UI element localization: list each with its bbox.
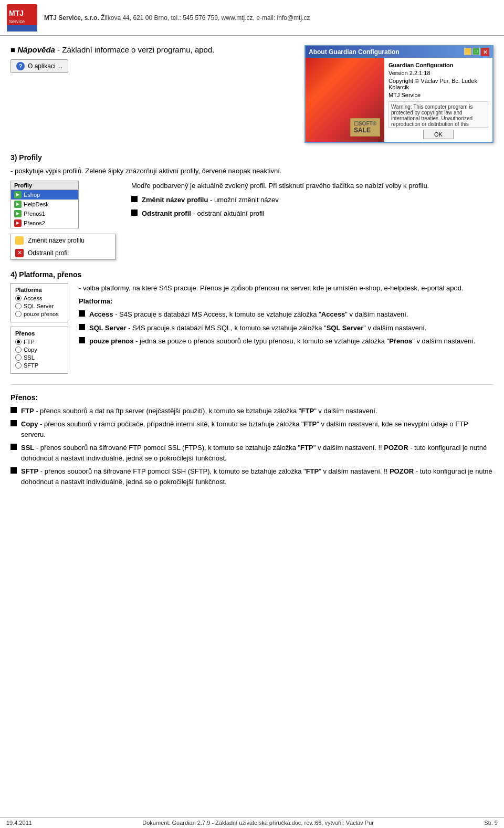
dialog-body: ☐SOFT® SALE Guardian Configuration Versi… [306,58,492,142]
dialog-warning-text: Warning: This computer program is protec… [391,104,473,128]
platforma-bullet-pouze-text: pouze přenos - jedná se pouze o přenos s… [89,336,475,347]
radio-copy-circle [15,347,22,353]
radio-ftp[interactable]: FTP [15,339,64,345]
radio-ssl[interactable]: SSL [15,354,64,361]
about-dialog: About Guardian Configuration _ □ ✕ ☐SOFT… [304,45,494,143]
profily-bullet-rename: Změnit název profilu - umožní změnit náz… [131,195,494,205]
radio-pouze-circle [15,311,22,317]
platforma-bullet-access-text: Access - S4S pracuje s databází MS Acces… [89,309,408,320]
dialog-warning: Warning: This computer program is protec… [388,101,488,128]
prenos-box: Přenos FTP Copy SSL SFT [10,327,68,374]
soft-sale-logo: ☐SOFT® SALE [350,118,380,137]
bullet-ssl-icon [10,444,17,450]
dialog-titlebar: About Guardian Configuration _ □ ✕ [306,46,492,58]
context-menu-delete-label: Odstranit profil [28,249,69,257]
profile-active-icon-p1: ▶ [14,210,22,217]
context-menu-rename-label: Změnit název profilu [28,237,85,244]
dialog-info: Guardian Configuration Version 2.2.1:18 … [384,58,492,142]
profily-item-eshop[interactable]: ▶ Eshop [11,190,78,200]
radio-pouze-prenos[interactable]: pouze přenos [15,311,64,317]
dialog-version: Version 2.2.1:18 [388,70,488,76]
svg-rect-3 [7,25,37,32]
question-icon: ? [16,62,25,70]
platforma-content: Platforma Access SQL Server pouze přenos [10,283,494,374]
profile-name-eshop: Eshop [24,192,40,198]
profily-item-prenos2[interactable]: ▶ Přenos2 [11,218,78,228]
radio-copy-label: Copy [24,347,37,353]
profily-item-prenos1[interactable]: ▶ Přenos1 [11,209,78,218]
prenos-bullet-copy: Copy - přenos souborů v rámci počítače, … [10,419,494,439]
o-aplikaci-button[interactable]: ? O aplikaci ... [10,59,68,73]
radio-access[interactable]: Access [15,295,64,301]
bullet-copy-icon [10,420,17,426]
radio-pouze-label: pouze přenos [24,311,59,317]
edit-icon [15,236,24,245]
profily-bullet-list: Změnit název profilu - umožní změnit náz… [131,195,494,218]
profily-text2: Modře podbarvený je aktuálně zvolený pro… [131,181,494,191]
radio-sftp-circle [15,362,22,369]
dialog-ok-btn[interactable]: OK [423,130,454,139]
bullet-pouze-icon [79,337,85,343]
napoveda-heading: ■ Nápověda - Základní informace o verzi … [10,45,294,54]
prenos-bullet-sftp: SFTP - přenos souborů na šifrované FTP p… [10,466,494,487]
context-menu-delete[interactable]: ✕ Odstranit profil [11,247,115,259]
section-divider [10,384,494,385]
svg-text:Service: Service [9,19,25,24]
profily-bullet-delete: Odstranit profil - odstraní aktuální pro… [131,208,494,219]
platforma-heading-text: 4) Platforma, přenos [10,270,81,279]
prenos-bullet-ftp-text: FTP - přenos souborů a dat na ftp server… [21,406,377,416]
profily-bullet-rename-text: Změnit název profilu - umožní změnit náz… [142,195,279,205]
prenos-heading: Přenos: [10,393,494,402]
dialog-close-btn[interactable]: ✕ [481,48,489,56]
platforma-label: Platforma: [79,297,494,305]
footer-document: Dokument: Guardian 2.7.9 - Základní uživ… [142,820,374,826]
prenos-bullet-ssl: SSL - přenos souborů na šifrované FTP po… [10,443,494,463]
radio-sql[interactable]: SQL Server [15,303,64,309]
profily-item-helpdesk[interactable]: ▶ HelpDesk [11,200,78,209]
radio-ftp-circle [15,339,22,345]
company-email: e-mail: info@mtj.cz [256,14,310,22]
prenos-bullet-copy-text: Copy - přenos souborů v rámci počítače, … [21,419,494,439]
radio-sftp[interactable]: SFTP [15,362,64,369]
profile-name-prenos2: Přenos2 [24,220,45,226]
prenos-box-title: Přenos [15,330,64,337]
footer-date: 19.4.2011 [6,820,32,826]
radio-access-label: Access [24,295,42,301]
napoveda-section: ■ Nápověda - Základní informace o verzi … [10,45,494,143]
prenos-bullet-sftp-text: SFTP - přenos souborů na šifrované FTP p… [21,466,494,487]
bullet-icon [131,196,138,202]
platforma-right: - volba platformy, na které S4S pracuje.… [79,283,494,374]
platforma-bullet-sql: SQL Server - S4S pracuje s databází MS S… [79,323,494,333]
platforma-box-title: Platforma [15,287,64,293]
context-menu-rename[interactable]: Změnit název profilu [11,234,115,247]
profile-name-helpdesk: HelpDesk [24,201,49,207]
radio-sql-label: SQL Server [24,303,54,309]
radio-sql-circle [15,303,22,309]
platforma-box: Platforma Access SQL Server pouze přenos [10,283,68,322]
profile-active-icon-hd: ▶ [14,201,22,208]
platforma-heading: 4) Platforma, přenos [10,270,494,279]
platforma-section: 4) Platforma, přenos Platforma Access SQ… [10,270,494,374]
radio-ssl-circle [15,354,22,361]
profile-name-prenos1: Přenos1 [24,211,45,217]
platforma-text: - volba platformy, na které S4S pracuje.… [79,283,494,294]
napoveda-left: ■ Nápověda - Základní informace o verzi … [10,45,294,73]
prenos-bullet-ssl-text: SSL - přenos souborů na šifrované FTP po… [21,443,494,463]
dialog-copyright: Copyright © Václav Pur, Bc. Ludek Kolarc… [388,78,488,90]
bullet-sftp-icon [10,467,17,474]
prenos-bullet-list: FTP - přenos souborů a dat na ftp server… [10,406,494,487]
header-company-info: MTJ Service, s.r.o. Žilkova 44, 621 00 B… [44,14,310,22]
profily-layout: Profily ▶ Eshop ▶ HelpDesk ▶ Přenos1 ▶ [10,181,494,260]
dialog-maximize-btn[interactable]: □ [472,48,480,55]
radio-copy[interactable]: Copy [15,347,64,353]
platforma-bullet-list: Access - S4S pracuje s databází MS Acces… [79,309,494,347]
radio-sftp-label: SFTP [24,362,38,369]
radio-ssl-label: SSL [24,354,35,361]
platforma-left: Platforma Access SQL Server pouze přenos [10,283,68,374]
profily-box-title: Profily [11,181,78,190]
profily-right: Modře podbarvený je aktuálně zvolený pro… [131,181,494,260]
dialog-minimize-btn[interactable]: _ [464,48,471,55]
profily-heading: 3) Profily [10,153,494,162]
profily-list-area: Profily ▶ Eshop ▶ HelpDesk ▶ Přenos1 ▶ [10,181,116,260]
platforma-bullet-pouze: pouze přenos - jedná se pouze o přenos s… [79,336,494,347]
